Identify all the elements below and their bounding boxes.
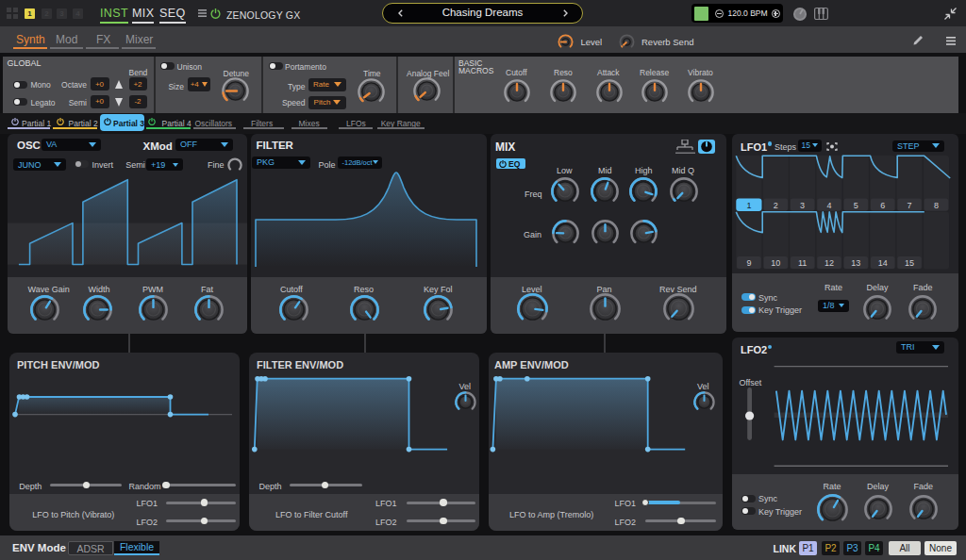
svg-text:12: 12 (824, 258, 834, 268)
svg-text:8: 8 (934, 201, 939, 210)
svg-text:6: 6 (880, 201, 885, 210)
svg-text:14: 14 (878, 258, 888, 268)
svg-text:11: 11 (798, 258, 807, 268)
svg-text:1: 1 (746, 201, 751, 210)
svg-text:15: 15 (905, 258, 914, 268)
svg-text:7: 7 (908, 201, 912, 210)
svg-text:10: 10 (771, 258, 780, 268)
svg-text:2: 2 (774, 201, 778, 210)
svg-text:5: 5 (854, 201, 858, 210)
svg-text:3: 3 (800, 201, 805, 210)
svg-text:4: 4 (826, 201, 831, 210)
svg-text:9: 9 (746, 258, 751, 268)
svg-text:13: 13 (851, 258, 860, 268)
